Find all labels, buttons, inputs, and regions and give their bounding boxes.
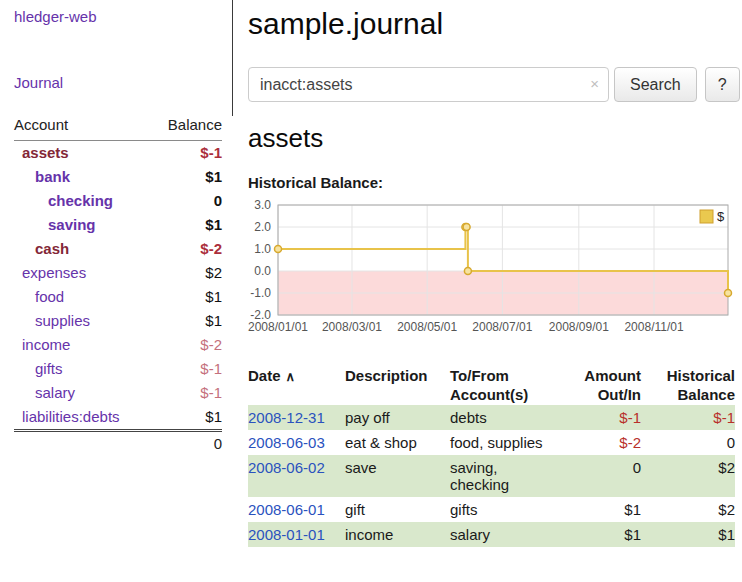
account-row: gifts$-1 — [14, 357, 222, 381]
account-balance: $1 — [151, 213, 222, 237]
page-title: sample.journal — [248, 7, 740, 41]
clear-search-icon[interactable]: × — [590, 75, 599, 92]
column-header-tofrom: To/From Account(s) — [450, 365, 565, 405]
accounts-total: 0 — [151, 431, 222, 457]
transaction-balance: $2 — [641, 455, 735, 497]
search-input[interactable] — [248, 67, 609, 102]
transaction-amount: $-1 — [565, 405, 641, 430]
register-row: 2008-06-01giftgifts$1$2 — [248, 497, 735, 522]
svg-text:$: $ — [717, 209, 725, 224]
search-button[interactable]: Search — [614, 67, 697, 102]
transaction-date-link[interactable]: 2008-06-03 — [248, 434, 325, 451]
account-row: income$-2 — [14, 333, 222, 357]
account-link[interactable]: liabilities:debts — [22, 408, 120, 425]
journal-link[interactable]: Journal — [14, 74, 222, 91]
transaction-date-link[interactable]: 2008-06-02 — [248, 459, 325, 476]
sort-asc-icon: ∧ — [286, 369, 296, 384]
account-link[interactable]: gifts — [35, 360, 63, 377]
accounts-table: Account Balance assets$-1bank$1checking0… — [14, 114, 222, 456]
transaction-date-cell: 2008-01-01 — [248, 522, 345, 547]
balance-header-line1: Historical — [667, 367, 735, 384]
accounts-header-balance: Balance — [151, 114, 222, 141]
transaction-balance: $1 — [641, 522, 735, 547]
account-row: supplies$1 — [14, 309, 222, 333]
account-name-cell: bank — [14, 165, 151, 189]
account-link[interactable]: salary — [35, 384, 75, 401]
account-row: bank$1 — [14, 165, 222, 189]
account-balance: $-1 — [151, 141, 222, 166]
account-name-cell: checking — [14, 189, 151, 213]
svg-text:2008/03/01: 2008/03/01 — [322, 320, 382, 334]
app-title-link[interactable]: hledger-web — [14, 8, 222, 25]
account-link[interactable]: income — [22, 336, 70, 353]
account-name-cell: assets — [14, 141, 151, 166]
svg-text:2008/05/01: 2008/05/01 — [397, 320, 457, 334]
account-link[interactable]: cash — [35, 240, 69, 257]
accounts-total-spacer — [14, 431, 151, 457]
svg-text:2008/09/01: 2008/09/01 — [549, 320, 609, 334]
tofrom-header-line2: Account(s) — [450, 386, 528, 403]
column-header-date[interactable]: Date∧ — [248, 365, 345, 405]
account-balance: $-2 — [151, 333, 222, 357]
transaction-date-link[interactable]: 2008-06-01 — [248, 501, 325, 518]
account-link[interactable]: expenses — [22, 264, 86, 281]
account-balance: $-2 — [151, 237, 222, 261]
transaction-accounts: gifts — [450, 497, 565, 522]
account-balance: $2 — [151, 261, 222, 285]
transaction-description: income — [345, 522, 450, 547]
transaction-amount: $1 — [565, 497, 641, 522]
svg-text:-1.0: -1.0 — [250, 286, 271, 300]
column-header-description: Description — [345, 365, 450, 405]
account-balance: $1 — [151, 285, 222, 309]
account-row: liabilities:debts$1 — [14, 405, 222, 431]
transaction-date-link[interactable]: 2008-12-31 — [248, 409, 325, 426]
account-balance: $1 — [151, 309, 222, 333]
transaction-date-cell: 2008-06-03 — [248, 430, 345, 455]
sidebar: hledger-web Journal Account Balance asse… — [0, 0, 232, 456]
balance-header-line2: Balance — [677, 386, 735, 403]
account-link[interactable]: food — [35, 288, 64, 305]
account-name-cell: salary — [14, 381, 151, 405]
account-name-cell: supplies — [14, 309, 151, 333]
account-row: salary$-1 — [14, 381, 222, 405]
account-row: checking0 — [14, 189, 222, 213]
svg-text:0.0: 0.0 — [254, 264, 271, 278]
transaction-date-cell: 2008-12-31 — [248, 405, 345, 430]
account-link[interactable]: bank — [35, 168, 70, 185]
help-button[interactable]: ? — [705, 67, 740, 102]
transaction-accounts: salary — [450, 522, 565, 547]
transaction-date-link[interactable]: 2008-01-01 — [248, 526, 325, 543]
balance-chart-svg: 3.02.01.00.0-1.0-2.02008/01/012008/03/01… — [248, 199, 735, 345]
accounts-header-account: Account — [14, 114, 151, 141]
svg-text:1.0: 1.0 — [254, 242, 271, 256]
account-name-cell: income — [14, 333, 151, 357]
account-link[interactable]: saving — [48, 216, 96, 233]
register-row: 2008-06-02savesaving, checking0$2 — [248, 455, 735, 497]
svg-text:2.0: 2.0 — [254, 220, 271, 234]
transaction-amount: $1 — [565, 522, 641, 547]
account-row: expenses$2 — [14, 261, 222, 285]
account-name-cell: food — [14, 285, 151, 309]
transaction-description: pay off — [345, 405, 450, 430]
account-balance: 0 — [151, 189, 222, 213]
amount-header-line1: Amount — [584, 367, 641, 384]
chart-title: Historical Balance: — [248, 174, 740, 191]
historical-balance-chart[interactable]: 3.02.01.00.0-1.0-2.02008/01/012008/03/01… — [248, 199, 740, 347]
account-link[interactable]: checking — [48, 192, 113, 209]
account-link[interactable]: assets — [22, 144, 69, 161]
account-row: food$1 — [14, 285, 222, 309]
account-row: saving$1 — [14, 213, 222, 237]
account-name-cell: liabilities:debts — [14, 405, 151, 431]
account-link[interactable]: supplies — [35, 312, 90, 329]
transaction-date-cell: 2008-06-02 — [248, 455, 345, 497]
svg-text:2008/11/01: 2008/11/01 — [624, 320, 683, 334]
register-header-row: Date∧ Description To/From Account(s) Amo… — [248, 365, 735, 405]
account-row: assets$-1 — [14, 141, 222, 166]
account-balance: $-1 — [151, 381, 222, 405]
header-divider — [232, 0, 233, 116]
main-content: sample.journal × Search ? assets Histori… — [248, 0, 740, 547]
column-header-balance: Historical Balance — [641, 365, 735, 405]
account-name-cell: cash — [14, 237, 151, 261]
register-row: 2008-06-03eat & shopfood, supplies$-20 — [248, 430, 735, 455]
transaction-date-cell: 2008-06-01 — [248, 497, 345, 522]
